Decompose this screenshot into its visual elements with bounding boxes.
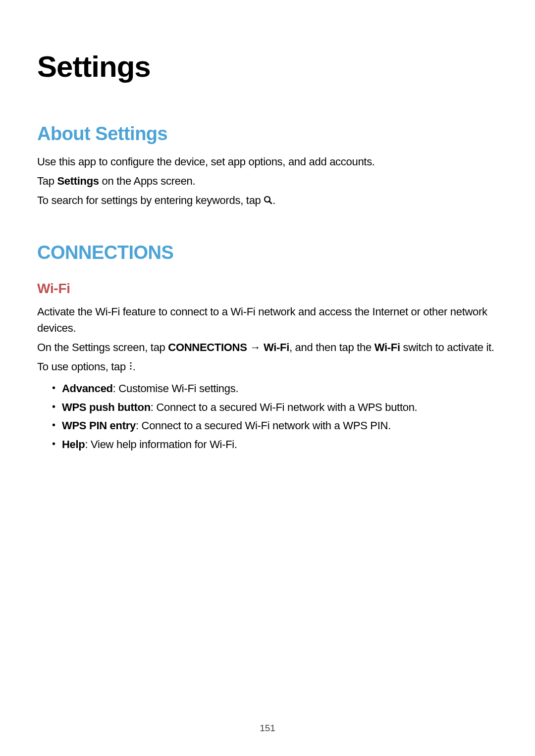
- list-item: WPS push button: Connect to a secured Wi…: [52, 398, 498, 416]
- spacer: [37, 212, 498, 242]
- bullet-bold: Help: [62, 438, 85, 451]
- wifi-para-2-arrow: →: [247, 341, 264, 353]
- wifi-para-3-suffix: .: [133, 360, 136, 373]
- wifi-para-3: To use options, tap .: [37, 358, 498, 376]
- wifi-para-2: On the Settings screen, tap CONNECTIONS …: [37, 339, 498, 355]
- wifi-para-1: Activate the Wi-Fi feature to connect to…: [37, 303, 498, 336]
- bullet-rest: : Customise Wi-Fi settings.: [113, 382, 239, 395]
- bullet-bold: WPS PIN entry: [62, 419, 136, 432]
- about-line-2-bold: Settings: [57, 175, 99, 187]
- svg-line-1: [269, 201, 272, 203]
- section-heading-connections: CONNECTIONS: [37, 242, 498, 263]
- wifi-para-2-bold-2: Wi-Fi: [264, 341, 289, 353]
- about-line-2: Tap Settings on the Apps screen.: [37, 173, 498, 189]
- about-line-2-suffix: on the Apps screen.: [99, 175, 196, 187]
- list-item: Advanced: Customise Wi-Fi settings.: [52, 379, 498, 398]
- svg-point-2: [130, 362, 131, 364]
- wifi-para-2-bold-3: Wi-Fi: [374, 341, 400, 353]
- about-line-1: Use this app to configure the device, se…: [37, 153, 498, 170]
- section-heading-about: About Settings: [37, 123, 498, 145]
- page-title: Settings: [37, 50, 498, 84]
- page-number: 151: [0, 723, 535, 734]
- about-line-3: To search for settings by entering keywo…: [37, 192, 498, 209]
- about-line-2-prefix: Tap: [37, 175, 57, 187]
- bullet-bold: WPS push button: [62, 401, 151, 413]
- wifi-para-2-suffix: switch to activate it.: [400, 341, 494, 353]
- list-item: Help: View help information for Wi-Fi.: [52, 435, 498, 454]
- bullet-rest: : View help information for Wi-Fi.: [85, 438, 237, 451]
- svg-point-3: [130, 365, 131, 367]
- about-line-3-suffix: .: [272, 194, 275, 206]
- svg-point-4: [130, 368, 131, 370]
- wifi-para-3-prefix: To use options, tap: [37, 360, 129, 373]
- bullet-rest: : Connect to a secured Wi-Fi network wit…: [136, 419, 391, 432]
- search-icon: [264, 193, 272, 209]
- list-item: WPS PIN entry: Connect to a secured Wi-F…: [52, 416, 498, 435]
- wifi-para-2-bold-1: CONNECTIONS: [168, 341, 247, 353]
- wifi-para-2-mid: , and then tap the: [289, 341, 374, 353]
- about-line-3-prefix: To search for settings by entering keywo…: [37, 194, 264, 206]
- bullet-rest: : Connect to a secured Wi-Fi network wit…: [151, 401, 418, 413]
- more-options-icon: [129, 358, 133, 375]
- wifi-para-2-prefix: On the Settings screen, tap: [37, 341, 168, 353]
- sub-heading-wifi: Wi-Fi: [37, 281, 498, 297]
- document-page: Settings About Settings Use this app to …: [0, 0, 535, 454]
- bullet-bold: Advanced: [62, 382, 113, 395]
- wifi-bullet-list: Advanced: Customise Wi-Fi settings. WPS …: [37, 379, 498, 454]
